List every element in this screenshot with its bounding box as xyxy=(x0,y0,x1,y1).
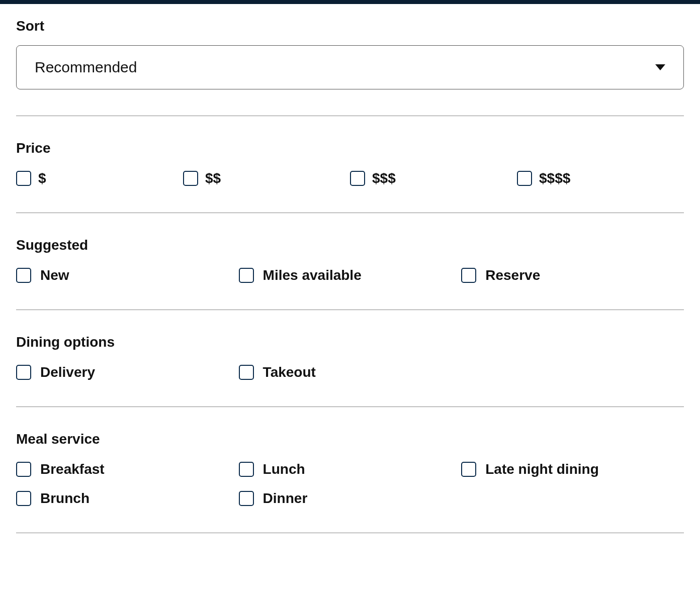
meal-options: Breakfast Lunch Late night dining Brunch… xyxy=(16,461,684,507)
option-label: Dinner xyxy=(263,490,308,507)
checkbox[interactable] xyxy=(16,268,31,283)
price-option-label: $$$ xyxy=(372,170,396,186)
option-label: Reserve xyxy=(485,267,540,283)
option-label: Breakfast xyxy=(40,461,105,477)
checkbox[interactable] xyxy=(461,462,476,477)
option-label: Miles available xyxy=(263,267,362,283)
suggested-heading: Suggested xyxy=(16,237,684,253)
filter-panel: Sort Recommended Price $ $$ $$$ $$$$ xyxy=(0,4,700,533)
caret-down-icon xyxy=(655,64,665,70)
checkbox[interactable] xyxy=(183,171,198,186)
dining-heading: Dining options xyxy=(16,334,684,350)
meal-option-dinner[interactable]: Dinner xyxy=(239,490,462,507)
price-option-label: $ xyxy=(38,170,46,186)
checkbox[interactable] xyxy=(461,268,476,283)
price-option-2[interactable]: $$ xyxy=(183,170,350,186)
dining-options: Delivery Takeout xyxy=(16,364,684,380)
checkbox[interactable] xyxy=(239,268,254,283)
price-heading: Price xyxy=(16,140,684,156)
option-label: Takeout xyxy=(263,364,316,380)
checkbox[interactable] xyxy=(239,365,254,380)
dining-section: Dining options Delivery Takeout xyxy=(16,310,684,380)
checkbox[interactable] xyxy=(16,365,31,380)
suggested-options: New Miles available Reserve xyxy=(16,267,684,283)
suggested-section: Suggested New Miles available Reserve xyxy=(16,213,684,283)
checkbox[interactable] xyxy=(16,491,31,506)
sort-dropdown[interactable]: Recommended xyxy=(16,45,684,89)
sort-heading: Sort xyxy=(16,18,684,34)
dining-option-delivery[interactable]: Delivery xyxy=(16,364,239,380)
price-option-1[interactable]: $ xyxy=(16,170,183,186)
meal-option-lunch[interactable]: Lunch xyxy=(239,461,462,477)
suggested-option-new[interactable]: New xyxy=(16,267,239,283)
checkbox[interactable] xyxy=(350,171,365,186)
price-option-label: $$$$ xyxy=(539,170,570,186)
meal-option-breakfast[interactable]: Breakfast xyxy=(16,461,239,477)
sort-dropdown-value: Recommended xyxy=(35,59,137,76)
option-label: Delivery xyxy=(40,364,95,380)
price-option-3[interactable]: $$$ xyxy=(350,170,517,186)
checkbox[interactable] xyxy=(517,171,532,186)
dining-option-takeout[interactable]: Takeout xyxy=(239,364,462,380)
checkbox[interactable] xyxy=(16,462,31,477)
price-options: $ $$ $$$ $$$$ xyxy=(16,170,684,186)
meal-section: Meal service Breakfast Lunch Late night … xyxy=(16,407,684,507)
meal-option-brunch[interactable]: Brunch xyxy=(16,490,239,507)
checkbox[interactable] xyxy=(16,171,31,186)
price-section: Price $ $$ $$$ $$$$ xyxy=(16,116,684,186)
option-label: Lunch xyxy=(263,461,305,477)
divider xyxy=(16,533,684,533)
price-option-4[interactable]: $$$$ xyxy=(517,170,684,186)
checkbox[interactable] xyxy=(239,462,254,477)
suggested-option-reserve[interactable]: Reserve xyxy=(461,267,684,283)
price-option-label: $$ xyxy=(205,170,221,186)
suggested-option-miles[interactable]: Miles available xyxy=(239,267,462,283)
meal-option-late-night[interactable]: Late night dining xyxy=(461,461,684,477)
checkbox[interactable] xyxy=(239,491,254,506)
option-label: Late night dining xyxy=(485,461,599,477)
option-label: New xyxy=(40,267,69,283)
meal-heading: Meal service xyxy=(16,431,684,447)
top-bar xyxy=(0,0,700,4)
option-label: Brunch xyxy=(40,490,90,507)
